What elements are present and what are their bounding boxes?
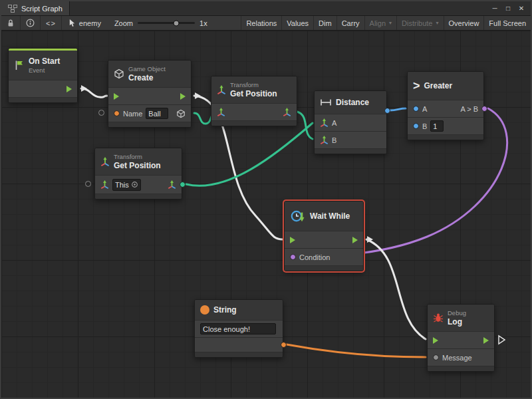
cube-icon	[114, 68, 124, 79]
exec-input-port[interactable]	[290, 237, 295, 243]
chevron-down-icon: ▾	[389, 20, 392, 26]
node-title: Create	[128, 73, 166, 82]
port-label: A	[332, 119, 336, 127]
carry-button[interactable]: Carry	[336, 16, 364, 30]
zoom-slider[interactable]	[138, 22, 195, 24]
bug-icon	[433, 313, 444, 323]
message-input-port[interactable]	[433, 354, 439, 360]
cursor-icon	[68, 19, 76, 27]
transform-icon	[100, 157, 110, 166]
distance-output-port[interactable]	[384, 108, 390, 114]
input-port-b[interactable]	[413, 123, 419, 129]
condition-input-port[interactable]	[290, 254, 296, 260]
greater-icon: >	[413, 80, 420, 92]
overview-button[interactable]: Overview	[444, 16, 484, 30]
script-graph-icon	[8, 5, 17, 13]
name-field[interactable]	[146, 108, 168, 119]
code-icon: <>	[46, 19, 56, 27]
node-title: String	[213, 305, 237, 315]
exec-output-port[interactable]	[66, 86, 72, 92]
transform-input-port[interactable]	[217, 108, 225, 116]
flag-icon	[14, 60, 25, 70]
node-title: On Start	[29, 57, 60, 66]
node-title: Greater	[424, 81, 453, 90]
port-label: A > B	[460, 105, 478, 113]
exec-output-port[interactable]	[483, 337, 489, 344]
input-port-a[interactable]	[413, 106, 419, 112]
graph-breadcrumb[interactable]: enemy	[62, 16, 108, 30]
wire-exec-waitwhile-to-debuglog[interactable]	[366, 239, 426, 339]
string-value-field[interactable]	[200, 323, 276, 334]
lock-button[interactable]	[1, 16, 21, 30]
exec-output-port[interactable]	[352, 237, 358, 243]
info-button[interactable]	[21, 16, 41, 30]
align-button[interactable]: Align▾	[364, 16, 396, 30]
node-on-start[interactable]: On Start Event	[8, 48, 78, 103]
vector-output-port[interactable]	[180, 182, 186, 188]
exec-output-port[interactable]	[180, 93, 186, 100]
name-input-port[interactable]	[114, 110, 120, 116]
zoom-value: 1x	[200, 19, 207, 27]
node-surtitle: Debug	[448, 309, 466, 317]
node-footer	[211, 120, 297, 126]
b-value-field[interactable]	[430, 120, 444, 132]
node-create[interactable]: Game Object Create Name	[108, 60, 192, 128]
vector-input-port-b[interactable]	[320, 136, 329, 144]
values-button[interactable]: Values	[281, 16, 313, 30]
node-footer	[428, 366, 494, 371]
node-subtitle: Event	[29, 66, 60, 74]
edit-code-button[interactable]: <>	[41, 16, 62, 30]
target-field[interactable]: This	[112, 179, 141, 191]
node-footer	[108, 122, 191, 127]
lock-icon	[7, 19, 15, 28]
unconnected-port-ring[interactable]	[98, 110, 104, 116]
maximize-button[interactable]: □	[503, 5, 513, 12]
relations-button[interactable]: Relations	[241, 16, 281, 30]
node-get-position-1[interactable]: Transform Get Position	[211, 76, 297, 126]
wire-vector-getposition2-to-distance-a[interactable]	[186, 123, 313, 186]
full-screen-button[interactable]: Full Screen	[483, 16, 531, 30]
zoom-slider-knob[interactable]	[174, 20, 180, 26]
zoom-label: Zoom	[114, 19, 133, 27]
transform-icon	[217, 85, 226, 94]
node-greater[interactable]: > Greater A A > B B	[407, 71, 484, 140]
minimize-button[interactable]: ─	[489, 5, 500, 12]
transform-input-port[interactable]	[100, 180, 109, 189]
node-title: Log	[448, 317, 466, 327]
result-output-port[interactable]	[481, 106, 487, 112]
dim-button[interactable]: Dim	[313, 16, 336, 30]
graph-canvas[interactable]: On Start Event Game Object Create	[1, 31, 531, 398]
vector-input-port-a[interactable]	[320, 118, 329, 127]
node-distance[interactable]: Distance A B	[314, 90, 387, 154]
wait-while-icon	[290, 209, 306, 223]
node-string[interactable]: String	[194, 299, 283, 358]
unconnected-port-ring[interactable]	[85, 181, 91, 187]
node-get-position-2[interactable]: Transform Get Position This	[94, 148, 182, 200]
string-output-port[interactable]	[281, 342, 287, 348]
continue-arrow-icon	[499, 336, 505, 344]
gameobject-output-port[interactable]	[176, 109, 186, 118]
node-footer	[285, 265, 363, 271]
distance-icon	[320, 98, 332, 106]
target-icon	[131, 181, 138, 188]
wire-number-distance-to-greater[interactable]	[390, 108, 406, 110]
distribute-button[interactable]: Distribute▾	[396, 16, 443, 30]
close-button[interactable]: ✕	[516, 5, 527, 12]
node-debug-log[interactable]: Debug Log Message	[427, 304, 495, 372]
exec-input-port[interactable]	[433, 337, 438, 344]
node-wait-while[interactable]: Wait While Condition	[284, 201, 364, 271]
wire-string-string-to-debuglog[interactable]	[287, 344, 426, 357]
wire-exec-onstart-to-create[interactable]	[81, 88, 107, 97]
node-footer	[315, 148, 386, 154]
exec-input-port[interactable]	[114, 93, 119, 100]
node-surtitle: Transform	[114, 153, 161, 160]
graph-name-label: enemy	[79, 19, 101, 27]
node-surtitle: Game Object	[128, 65, 166, 72]
tab-script-graph[interactable]: Script Graph	[1, 1, 70, 15]
info-icon	[26, 19, 35, 27]
node-title: Get Position	[114, 161, 161, 170]
title-bar: Script Graph ─ □ ✕	[1, 1, 531, 16]
node-footer	[195, 352, 283, 357]
chevron-down-icon: ▾	[436, 20, 439, 26]
vector-output-port[interactable]	[283, 108, 291, 116]
